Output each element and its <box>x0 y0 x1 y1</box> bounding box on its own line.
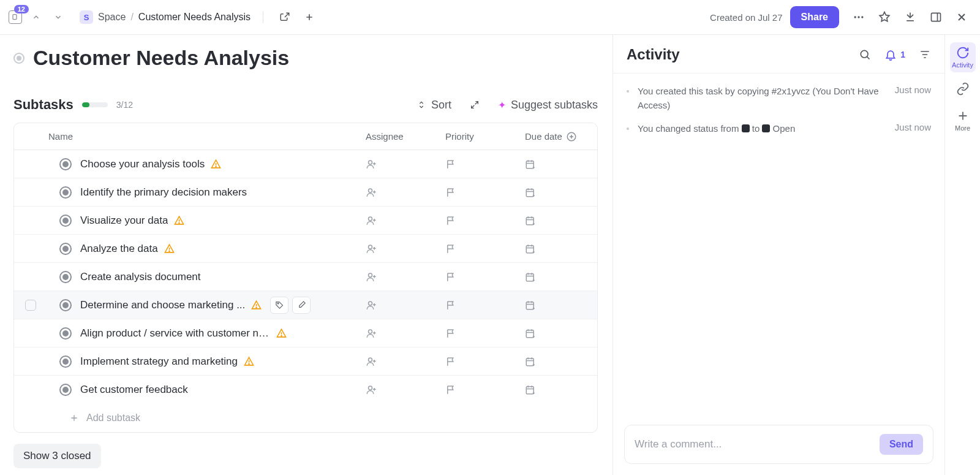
table-row[interactable]: Determine and choose marketing ... <box>14 291 597 319</box>
move-out-icon[interactable] <box>276 8 294 26</box>
table-row[interactable]: Get customer feedback <box>14 376 597 404</box>
table-row[interactable]: Identify the primary decision makers <box>14 178 597 207</box>
row-checkbox[interactable] <box>25 300 36 311</box>
activity-bell-button[interactable]: 1 <box>884 48 905 61</box>
row-status-icon[interactable] <box>59 158 72 170</box>
star-icon[interactable] <box>875 7 894 27</box>
svg-point-14 <box>169 251 170 251</box>
table-row[interactable]: Visualize your data <box>14 207 597 235</box>
row-name-text[interactable]: Visualize your data <box>80 215 168 227</box>
table-row[interactable]: Create analysis document <box>14 263 597 291</box>
suggest-subtasks-button[interactable]: ✦ Suggest subtasks <box>498 99 598 112</box>
row-name-text[interactable]: Implement strategy and marketing <box>80 355 238 368</box>
row-name-text[interactable]: Identify the primary decision makers <box>80 186 247 199</box>
column-priority[interactable]: Priority <box>445 131 525 142</box>
column-assignee[interactable]: Assignee <box>366 131 445 142</box>
assignee-cell[interactable] <box>366 215 445 226</box>
expand-button[interactable] <box>470 100 480 110</box>
row-status-icon[interactable] <box>59 327 72 340</box>
assignee-cell[interactable] <box>366 272 445 283</box>
row-status-icon[interactable] <box>59 215 72 227</box>
assignee-cell[interactable] <box>366 243 445 254</box>
row-status-icon[interactable] <box>59 271 72 283</box>
priority-cell[interactable] <box>445 159 525 170</box>
subtasks-table: Name Assignee Priority Due date Choose y… <box>13 123 598 433</box>
more-menu-icon[interactable] <box>849 7 869 27</box>
svg-rect-28 <box>526 358 533 365</box>
svg-point-29 <box>369 386 372 390</box>
row-name-text[interactable]: Create analysis document <box>80 271 201 283</box>
close-icon[interactable] <box>952 7 971 27</box>
row-status-icon[interactable] <box>59 384 72 396</box>
svg-point-26 <box>249 363 249 364</box>
assignee-cell[interactable] <box>366 300 445 311</box>
priority-cell[interactable] <box>445 243 525 254</box>
priority-cell[interactable] <box>445 187 525 198</box>
due-date-cell[interactable] <box>525 272 586 283</box>
row-status-icon[interactable] <box>59 355 72 368</box>
add-button[interactable] <box>300 8 318 26</box>
panel-toggle-icon[interactable] <box>926 7 946 27</box>
due-date-cell[interactable] <box>525 243 586 254</box>
due-date-cell[interactable] <box>525 300 586 311</box>
breadcrumb-page[interactable]: Customer Needs Analysis <box>138 12 251 23</box>
breadcrumb-space[interactable]: Space <box>98 12 126 23</box>
due-date-cell[interactable] <box>525 187 586 198</box>
activity-filter-icon[interactable] <box>919 48 931 61</box>
sort-button[interactable]: Sort <box>417 99 451 112</box>
table-row[interactable]: Choose your analysis tools <box>14 150 597 178</box>
row-status-icon[interactable] <box>59 186 72 199</box>
row-name-text[interactable]: Align product / service with customer ne… <box>80 327 270 340</box>
assignee-cell[interactable] <box>366 328 445 339</box>
activity-search-icon[interactable] <box>859 48 871 61</box>
column-due-date[interactable]: Due date <box>525 131 586 142</box>
priority-cell[interactable] <box>445 300 525 311</box>
page-title[interactable]: Customer Needs Analysis <box>33 46 289 70</box>
assignee-cell[interactable] <box>366 384 445 395</box>
due-date-cell[interactable] <box>525 384 586 395</box>
column-name[interactable]: Name <box>48 131 366 142</box>
rail-activity-tab[interactable]: Activity <box>950 42 976 72</box>
table-row[interactable]: Analyze the data <box>14 235 597 263</box>
assignee-cell[interactable] <box>366 187 445 198</box>
doc-tray-icon[interactable]: 12 <box>9 10 22 24</box>
download-icon[interactable] <box>900 7 920 27</box>
row-name-text[interactable]: Analyze the data <box>80 243 158 255</box>
rail-link-tab[interactable] <box>950 78 976 99</box>
priority-cell[interactable] <box>445 356 525 367</box>
row-status-icon[interactable] <box>59 299 72 311</box>
row-name-text[interactable]: Get customer feedback <box>80 384 188 396</box>
add-subtask-row[interactable]: Add subtask <box>14 404 597 432</box>
row-status-icon[interactable] <box>59 243 72 255</box>
edit-action-icon[interactable] <box>292 297 311 314</box>
due-date-cell[interactable] <box>525 215 586 226</box>
share-button[interactable]: Share <box>790 6 839 28</box>
priority-cell[interactable] <box>445 328 525 339</box>
due-date-cell[interactable] <box>525 328 586 339</box>
space-chip[interactable]: S <box>80 10 93 24</box>
row-name-text[interactable]: Choose your analysis tools <box>80 158 205 170</box>
due-date-cell[interactable] <box>525 159 586 170</box>
rail-add-tab[interactable]: More <box>950 105 976 135</box>
priority-cell[interactable] <box>445 272 525 283</box>
priority-cell[interactable] <box>445 215 525 226</box>
tag-action-icon[interactable] <box>270 297 288 314</box>
priority-cell[interactable] <box>445 384 525 395</box>
table-row[interactable]: Align product / service with customer ne… <box>14 319 597 348</box>
nav-down-button[interactable] <box>50 9 66 25</box>
send-button[interactable]: Send <box>880 434 923 455</box>
due-date-cell[interactable] <box>525 356 586 367</box>
assignee-cell[interactable] <box>366 159 445 170</box>
comment-input[interactable] <box>635 438 880 450</box>
breadcrumb: S Space / Customer Needs Analysis <box>80 10 251 24</box>
assignee-cell[interactable] <box>366 356 445 367</box>
svg-rect-18 <box>526 273 533 281</box>
svg-rect-30 <box>526 387 533 394</box>
subtasks-heading: Subtasks <box>13 97 74 113</box>
task-status-icon[interactable] <box>13 53 24 64</box>
add-column-icon[interactable] <box>566 131 577 142</box>
row-name-text[interactable]: Determine and choose marketing ... <box>80 299 245 311</box>
table-row[interactable]: Implement strategy and marketing <box>14 348 597 376</box>
nav-up-button[interactable] <box>28 9 44 25</box>
show-closed-button[interactable]: Show 3 closed <box>13 444 101 468</box>
